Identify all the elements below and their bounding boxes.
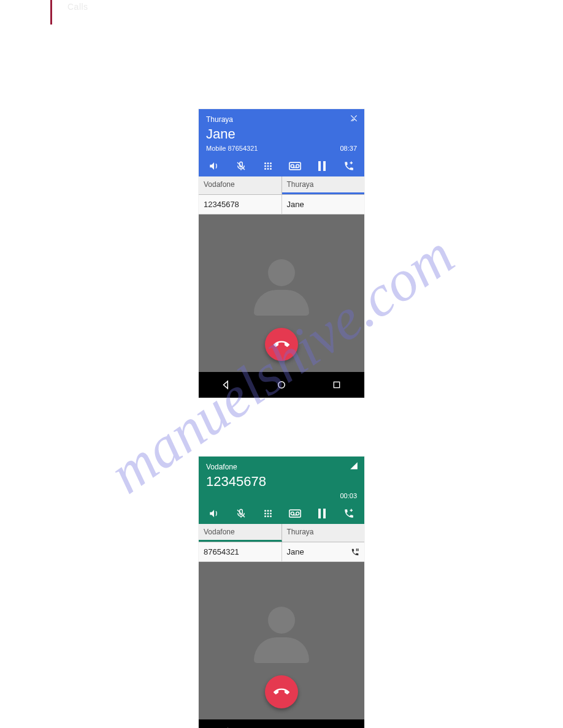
svg-rect-31 xyxy=(323,509,326,518)
svg-point-19 xyxy=(267,510,269,512)
caller-number-label: Mobile 87654321 xyxy=(206,145,258,152)
dialpad-button[interactable] xyxy=(261,159,275,173)
svg-rect-33 xyxy=(358,548,358,551)
call-tabs-content: 12345678 Jane xyxy=(199,195,364,214)
svg-point-25 xyxy=(267,515,269,517)
recents-button[interactable] xyxy=(326,721,348,728)
svg-point-6 xyxy=(270,165,272,167)
svg-rect-32 xyxy=(356,548,357,551)
tab-value-label: Jane xyxy=(287,200,304,209)
svg-point-23 xyxy=(270,513,272,515)
tab-thuraya[interactable]: Thuraya xyxy=(282,176,365,194)
speaker-button[interactable] xyxy=(207,507,221,520)
svg-point-5 xyxy=(267,165,269,167)
hold-button[interactable] xyxy=(315,507,329,520)
svg-point-21 xyxy=(264,513,266,515)
tab-content-thuraya[interactable]: Jane xyxy=(282,195,365,214)
svg-rect-16 xyxy=(334,382,339,387)
caller-name: Jane xyxy=(206,126,357,142)
end-call-button[interactable] xyxy=(265,675,298,708)
svg-point-8 xyxy=(267,168,269,170)
svg-point-26 xyxy=(270,515,272,517)
phone-screenshot-thuraya: Thuraya Jane Mobile 87654321 08:37 xyxy=(199,109,364,398)
satellite-signal-icon xyxy=(350,114,358,123)
cell-signal-icon xyxy=(350,461,358,470)
phone-screenshot-vodafone: Vodafone 12345678 00:03 xyxy=(199,457,364,728)
call-duration: 00:03 xyxy=(340,492,357,499)
mute-button[interactable] xyxy=(234,159,248,173)
call-tabs: Vodafone Thuraya xyxy=(199,524,364,542)
svg-point-15 xyxy=(278,382,285,389)
tab-value-label: 12345678 xyxy=(204,200,239,209)
call-toolbar xyxy=(206,152,357,173)
svg-point-22 xyxy=(267,513,269,515)
add-call-button[interactable] xyxy=(342,507,356,520)
avatar-placeholder-icon xyxy=(248,259,315,316)
contact-avatar-area xyxy=(199,214,364,372)
svg-rect-30 xyxy=(318,509,321,518)
svg-point-7 xyxy=(264,168,266,170)
screenshots-container: Thuraya Jane Mobile 87654321 08:37 xyxy=(0,109,563,728)
avatar-placeholder-icon xyxy=(248,607,315,663)
svg-point-18 xyxy=(264,510,266,512)
add-call-button[interactable] xyxy=(342,159,356,173)
end-call-button[interactable] xyxy=(265,328,298,361)
android-navbar xyxy=(199,719,364,728)
page-section-label: Calls xyxy=(67,2,88,12)
back-button[interactable] xyxy=(215,721,237,728)
svg-point-24 xyxy=(264,515,266,517)
android-navbar xyxy=(199,372,364,398)
call-header: Vodafone 12345678 00:03 xyxy=(199,457,364,524)
tab-vodafone[interactable]: Vodafone xyxy=(199,176,282,194)
carrier-label: Thuraya xyxy=(206,115,357,124)
on-hold-call-icon xyxy=(351,548,359,556)
call-header: Thuraya Jane Mobile 87654321 08:37 xyxy=(199,109,364,176)
svg-rect-14 xyxy=(323,161,326,171)
call-tabs: Vodafone Thuraya xyxy=(199,176,364,195)
recents-button[interactable] xyxy=(326,374,348,396)
svg-point-20 xyxy=(270,510,272,512)
tab-content-vodafone[interactable]: 12345678 xyxy=(199,195,282,214)
carrier-label: Vodafone xyxy=(206,463,357,471)
tab-value-label: Jane xyxy=(287,547,304,556)
svg-point-4 xyxy=(264,165,266,167)
voicemail-button[interactable] xyxy=(288,507,302,520)
call-toolbar xyxy=(206,499,357,520)
svg-rect-13 xyxy=(318,161,321,171)
caller-name: 12345678 xyxy=(206,474,357,490)
tab-content-thuraya[interactable]: Jane xyxy=(282,542,365,561)
tab-content-vodafone[interactable]: 87654321 xyxy=(199,542,282,561)
mute-button[interactable] xyxy=(234,507,248,520)
tab-value-label: 87654321 xyxy=(204,547,239,556)
svg-point-1 xyxy=(264,162,266,164)
home-button[interactable] xyxy=(270,721,293,728)
back-button[interactable] xyxy=(215,374,237,396)
contact-avatar-area xyxy=(199,562,364,719)
svg-point-9 xyxy=(270,168,272,170)
speaker-button[interactable] xyxy=(207,159,221,173)
home-button[interactable] xyxy=(270,374,293,396)
dialpad-button[interactable] xyxy=(261,507,275,520)
page-margin-rule xyxy=(50,0,52,25)
hold-button[interactable] xyxy=(315,159,329,173)
voicemail-button[interactable] xyxy=(288,159,302,173)
tab-thuraya[interactable]: Thuraya xyxy=(282,524,365,542)
svg-point-3 xyxy=(270,162,272,164)
call-duration: 08:37 xyxy=(340,145,357,152)
call-tabs-content: 87654321 Jane xyxy=(199,542,364,562)
svg-point-2 xyxy=(267,162,269,164)
tab-vodafone[interactable]: Vodafone xyxy=(199,524,282,542)
